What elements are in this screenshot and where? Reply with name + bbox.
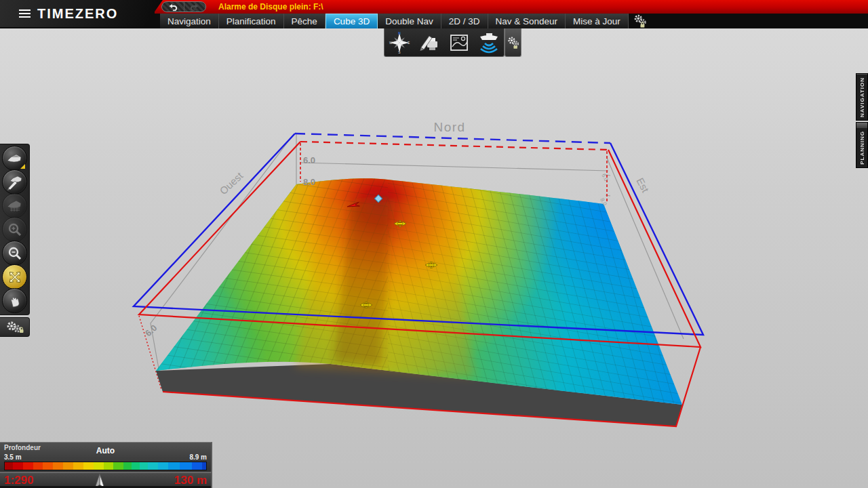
- workspace-tabs: Navigation Planification Pêche Cube 3D D…: [160, 14, 652, 28]
- svg-text:W: W: [389, 41, 393, 45]
- svg-text:S: S: [398, 50, 401, 54]
- chart-icon: [449, 33, 469, 53]
- right-depth-tick-6: 6.0: [600, 173, 609, 183]
- tool-options-button[interactable]: [0, 317, 30, 337]
- side-tab-label: NAVIGATION: [859, 75, 865, 120]
- app-logo: TIMEZERO: [0, 0, 163, 27]
- side-tab-label: PLANNING: [859, 128, 865, 167]
- tab-2d-3d[interactable]: 2D / 3D: [441, 14, 488, 28]
- tab-nav-sondeur[interactable]: Nav & Sondeur: [488, 14, 566, 28]
- tab-mise-a-jour[interactable]: Mise à Jour: [566, 14, 629, 28]
- zoom-in-icon: [7, 222, 23, 238]
- tab-navigation[interactable]: Navigation: [160, 14, 219, 28]
- tab-peche[interactable]: Pêche: [284, 14, 326, 28]
- alarm-bar: Alarme de Disque plein: F:\: [155, 0, 868, 14]
- depth-legend-panel: Auto Profondeur 3.5 m 8.9 m: [0, 442, 212, 472]
- zoom-out-icon: [7, 245, 23, 262]
- menu-icon[interactable]: [19, 9, 31, 18]
- boat-sounder-icon: [477, 32, 501, 54]
- svg-text:E: E: [408, 41, 410, 45]
- sounder-display-button[interactable]: [476, 30, 502, 55]
- toolbar-settings-button[interactable]: [505, 28, 521, 57]
- redo-button[interactable]: [184, 2, 206, 12]
- gears-lock-icon: [633, 14, 648, 28]
- annotations-button[interactable]: [416, 30, 442, 55]
- boat-track-tool[interactable]: [2, 193, 27, 218]
- compass-rose-icon: N S W E: [389, 32, 410, 54]
- depth-tick-6: 6.0: [303, 155, 315, 165]
- notes-printer-icon: [418, 33, 440, 53]
- hand-pan-tool[interactable]: [2, 288, 27, 313]
- undo-button[interactable]: [162, 2, 184, 12]
- svg-text:N: N: [398, 32, 401, 35]
- depth-scale-mode: Auto: [0, 446, 211, 455]
- boat-pencil-icon: [6, 174, 24, 190]
- tab-double-nav[interactable]: Double Nav: [378, 14, 441, 28]
- depth-color-scale[interactable]: [4, 462, 207, 470]
- pan-3d-tool[interactable]: [2, 264, 27, 289]
- pan-arrows-icon: [6, 268, 24, 286]
- north-label: Nord: [433, 120, 465, 134]
- hand-icon: [7, 293, 23, 309]
- side-tab-navigation[interactable]: NAVIGATION: [856, 73, 868, 121]
- chart-view-button[interactable]: [446, 30, 472, 55]
- tool-flyout-flag: [20, 164, 25, 169]
- scale-status-bar: 1:290 130 m: [0, 472, 212, 488]
- undo-icon: [168, 3, 178, 11]
- undo-redo-group: [161, 1, 206, 12]
- side-tab-planning[interactable]: PLANNING: [856, 122, 868, 168]
- tab-cube-3d[interactable]: Cube 3D: [326, 14, 378, 28]
- boat-route-tool[interactable]: [2, 169, 27, 195]
- workspace-settings-button[interactable]: [629, 14, 652, 28]
- boat-net-icon: [6, 199, 24, 214]
- 3d-scene[interactable]: Nord Ouest Est 6.0 8.0 6.0 6.0 8.0: [0, 28, 868, 488]
- app-window: Nord Ouest Est 6.0 8.0 6.0 6.0 8.0: [0, 0, 868, 488]
- gears-lock-icon: [6, 320, 24, 335]
- gears-lock-icon: [507, 35, 520, 50]
- range-scale-value: 130 m: [174, 474, 207, 487]
- tool-palette: [0, 144, 30, 315]
- redo-icon: [190, 3, 199, 11]
- logo-text: TIMEZERO: [37, 6, 118, 22]
- tab-planification[interactable]: Planification: [219, 14, 284, 28]
- zoom-in-tool[interactable]: [2, 217, 27, 242]
- depth-tick-8: 8.0: [303, 177, 315, 187]
- chart-scale-value: 1:290: [4, 474, 33, 487]
- zoom-out-tool[interactable]: [2, 241, 27, 266]
- center-on-boat-tool[interactable]: [2, 146, 27, 171]
- cube-3d-viewport[interactable]: Nord Ouest Est 6.0 8.0 6.0 6.0 8.0: [0, 28, 868, 488]
- orientation-button[interactable]: N S W E: [387, 30, 412, 55]
- east-label: Est: [634, 176, 652, 195]
- north-arrow-icon[interactable]: [93, 473, 106, 488]
- side-tab-cap: [856, 123, 867, 128]
- top-header: Alarme de Disque plein: F:\ TIMEZERO Nav…: [0, 0, 868, 28]
- view-toolbar: N S W E: [384, 28, 505, 57]
- alarm-message: Alarme de Disque plein: F:\: [218, 2, 323, 12]
- west-label: Ouest: [217, 169, 245, 197]
